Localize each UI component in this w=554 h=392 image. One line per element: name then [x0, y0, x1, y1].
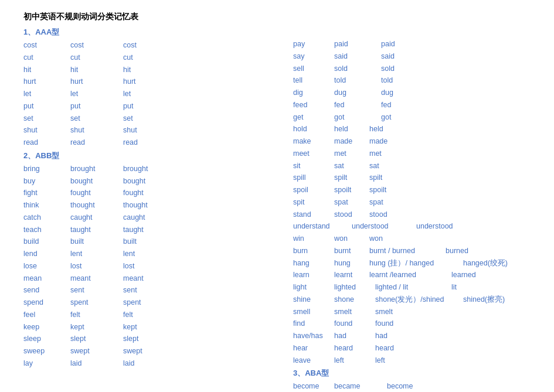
word-row: teachtaughttaught — [23, 224, 293, 236]
word-row: loselostlost — [23, 261, 293, 272]
section-title-ABB: 2、ABB型 — [23, 151, 293, 161]
word-row: winwonwon — [293, 233, 531, 244]
word-row: have/hashadhad — [293, 330, 531, 342]
word-row: findfoundfound — [293, 318, 531, 329]
section-AAA: 1、AAA型 costcostcost cutcutcut hithithit … — [23, 27, 293, 148]
word-row: sitsatsat — [293, 161, 531, 172]
word-row: hanghunghung (挂）/ hangedhanged(绞死) — [293, 258, 531, 269]
word-row: spillspiltspilt — [293, 172, 531, 183]
word-row: sellsoldsold — [293, 63, 531, 74]
word-row: catchcaughtcaught — [23, 212, 293, 223]
section-ABB: 2、ABB型 bringbroughtbrought buyboughtboug… — [23, 151, 293, 369]
word-row: letletlet — [23, 88, 293, 100]
word-row: sweepsweptswept — [23, 346, 293, 357]
word-row: lightlightedlighted / litlit — [293, 282, 531, 293]
word-row: digdugdug — [293, 87, 531, 98]
section-AAA-right: paypaidpaid saysaidsaid sellsoldsold tel… — [293, 27, 531, 366]
word-row: spitspatspat — [293, 197, 531, 208]
word-row: holdheldheld — [293, 124, 531, 135]
word-row: bringbroughtbrought — [23, 163, 293, 175]
word-row: saysaidsaid — [293, 51, 531, 62]
word-row: learnlearntlearnt /learnedlearned — [293, 270, 531, 281]
word-row: keepkeptkept — [23, 322, 293, 333]
word-row: fightfoughtfought — [23, 188, 293, 199]
word-row: burnburntburnt / burnedburned — [293, 246, 531, 257]
word-row: thinkthoughtthought — [23, 200, 293, 211]
word-row: costcostcost — [23, 40, 293, 51]
word-row: sleepsleptslept — [23, 333, 293, 345]
word-row: putputput — [23, 101, 293, 112]
word-row: shineshoneshone(发光）/shinedshined(擦亮) — [293, 294, 531, 305]
word-row: understandunderstoodunderstood — [293, 221, 531, 232]
word-row: buyboughtbought — [23, 176, 293, 187]
word-row: hithithit — [23, 64, 293, 76]
word-row: meanmeantmeant — [23, 273, 293, 284]
word-row: laylaidlaid — [23, 358, 293, 369]
word-row: telltoldtold — [293, 75, 531, 86]
right-column: paypaidpaid saysaidsaid sellsoldsold tel… — [293, 27, 531, 392]
word-row: shutshutshut — [23, 125, 293, 136]
word-row: becomebecamebecome — [293, 381, 531, 392]
word-row: getgotgot — [293, 112, 531, 123]
page-title: 初中英语不规则动词分类记忆表 — [23, 12, 531, 22]
word-row: readreadread — [23, 137, 293, 148]
word-row: setsetset — [23, 113, 293, 124]
word-row: sendsentsent — [23, 285, 293, 296]
word-row: feedfedfed — [293, 100, 531, 111]
word-row: feelfeltfelt — [23, 309, 293, 321]
word-row: lendlentlent — [23, 248, 293, 260]
left-column: 1、AAA型 costcostcost cutcutcut hithithit … — [23, 27, 293, 392]
section-title-ABA: 3、ABA型 — [293, 368, 531, 379]
word-row: hurthurthurt — [23, 76, 293, 87]
word-row: buildbuiltbuilt — [23, 236, 293, 247]
word-row: spendspentspent — [23, 297, 293, 308]
word-row: cutcutcut — [23, 52, 293, 63]
word-row: meetmetmet — [293, 148, 531, 159]
section-ABA: 3、ABA型 becomebecamebecome — [293, 368, 531, 392]
word-row: makemademade — [293, 136, 531, 147]
word-row: spoilspoiltspoilt — [293, 185, 531, 196]
word-row: smellsmeltsmelt — [293, 306, 531, 318]
word-row: paypaidpaid — [293, 39, 531, 50]
word-row: standstoodstood — [293, 209, 531, 220]
word-row: hearheardheard — [293, 343, 531, 354]
word-row: leaveleftleft — [293, 355, 531, 366]
section-title-AAA: 1、AAA型 — [23, 27, 293, 38]
